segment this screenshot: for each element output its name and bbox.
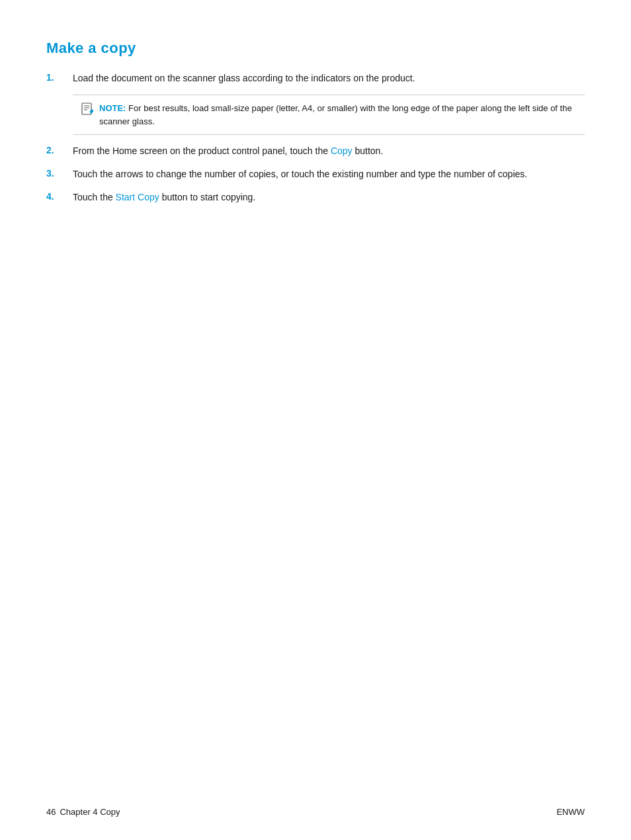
footer-page-number: 46	[46, 807, 56, 817]
steps-list: 1. Load the document on the scanner glas…	[46, 71, 585, 204]
step-4-highlight: Start Copy	[116, 192, 159, 202]
step-4-text-before: Touch the	[73, 192, 116, 202]
note-box: NOTE: For best results, load small-size …	[73, 95, 585, 135]
note-icon	[81, 103, 94, 118]
step-4-text-after: button to start copying.	[159, 192, 256, 202]
step-text-2: From the Home screen on the product cont…	[73, 144, 585, 158]
step-item-1: 1. Load the document on the scanner glas…	[46, 71, 585, 85]
step-number-4: 4.	[46, 190, 73, 202]
step-2-highlight: Copy	[331, 146, 353, 156]
footer-chapter: Chapter 4 Copy	[60, 807, 120, 817]
step-text-4: Touch the Start Copy button to start cop…	[73, 190, 585, 204]
step-number-2: 2.	[46, 144, 73, 155]
note-text: For best results, load small-size paper …	[99, 103, 572, 126]
step-text-3: Touch the arrows to change the number of…	[73, 167, 585, 181]
step-2-text-before: From the Home screen on the product cont…	[73, 146, 331, 156]
note-label: NOTE:	[99, 103, 126, 113]
page-title: Make a copy	[46, 40, 585, 57]
footer-right: ENWW	[556, 807, 585, 817]
step-number-3: 3.	[46, 167, 73, 179]
step-item-4: 4. Touch the Start Copy button to start …	[46, 190, 585, 204]
step-2-text-after: button.	[353, 146, 384, 156]
page-container: Make a copy 1. Load the document on the …	[0, 0, 631, 253]
note-content: NOTE: For best results, load small-size …	[99, 102, 577, 128]
footer-left: 46 Chapter 4 Copy	[46, 807, 120, 817]
step-item-3: 3. Touch the arrows to change the number…	[46, 167, 585, 181]
page-footer: 46 Chapter 4 Copy ENWW	[46, 807, 585, 817]
svg-rect-0	[82, 103, 91, 114]
step-number-1: 1.	[46, 71, 73, 83]
step-text-1: Load the document on the scanner glass a…	[73, 71, 585, 85]
step-item-2: 2. From the Home screen on the product c…	[46, 144, 585, 158]
